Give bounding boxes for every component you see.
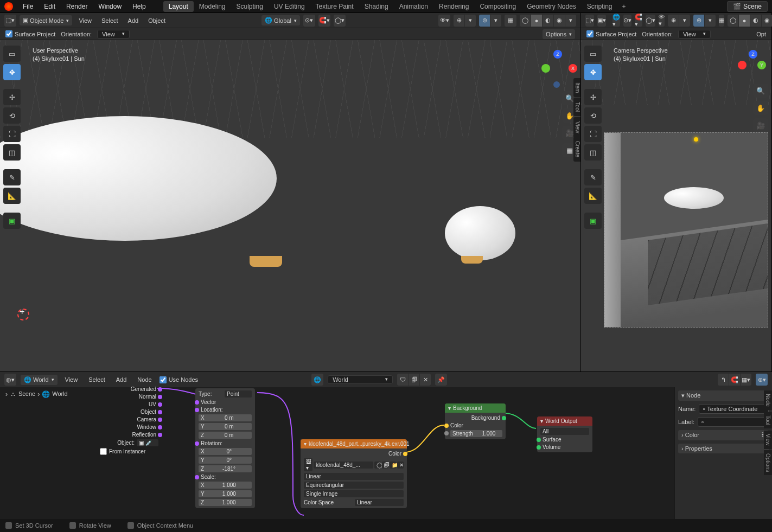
render-r[interactable]: ◉ (762, 15, 772, 27)
vp-menu-add[interactable]: Add (125, 16, 142, 25)
loc-x[interactable]: X0 m (199, 414, 252, 421)
proportional-icon[interactable]: ◯▾ (334, 15, 346, 27)
shade-matprev-icon[interactable]: ◐ (543, 15, 553, 27)
shade-render-icon[interactable]: ◉ (554, 15, 565, 27)
menu-edit[interactable]: Edit (40, 1, 60, 12)
rot-y[interactable]: Y0° (199, 457, 252, 464)
orientation-dd[interactable]: View (97, 30, 130, 39)
snap-icon[interactable]: 🧲▾ (318, 15, 330, 27)
label-field[interactable]: ▫ (698, 417, 769, 427)
sock-bg-color[interactable]: Color (448, 422, 502, 428)
loc-y[interactable]: Y0 m (199, 423, 252, 430)
mapping-type-dd[interactable]: Point (225, 390, 252, 398)
options-btn[interactable]: Options (543, 29, 575, 39)
gizmo-dd-r[interactable]: ▾ (679, 15, 690, 27)
tool-select-box[interactable]: ▭ (3, 46, 21, 62)
sock-object[interactable]: Object (141, 409, 158, 415)
np-tab-tool[interactable]: Tool (764, 412, 772, 428)
wire-r[interactable]: ◯ (728, 15, 738, 27)
tool-rotate[interactable]: ⟲ (3, 107, 21, 124)
vp-menu-select[interactable]: Select (98, 16, 122, 25)
tool-annotate[interactable]: ✎ (3, 169, 21, 185)
snap-r[interactable]: 🧲▾ (635, 15, 642, 27)
world-block-icon[interactable]: 🌐 (311, 374, 323, 386)
pivot-icon[interactable]: ⊙▾ (303, 15, 315, 27)
camera-r-icon[interactable]: 🎥 (753, 118, 768, 132)
sock-window[interactable]: Window (137, 424, 158, 430)
gizmo-toggle-icon[interactable]: ⊕ (454, 15, 464, 27)
visibility-eye-icon[interactable]: 👁▾ (438, 15, 450, 27)
pivot-r[interactable]: ⊙▾ (623, 15, 631, 27)
node-env-texture[interactable]: ▾kloofendal_48d_part...puresky_4k.exr.00… (301, 439, 407, 508)
tool-transform[interactable]: ◫ (3, 144, 21, 161)
node-background[interactable]: ▾Background Background Color Strength1.0… (445, 403, 506, 439)
snap-node-dd[interactable]: ▦▾ (741, 374, 751, 386)
solid-r[interactable]: ● (739, 15, 750, 27)
img-users-icon[interactable]: ◯ (374, 462, 381, 469)
node-texture-coordinate[interactable]: Generated Normal UV Object Camera Window… (97, 384, 162, 457)
sock-reflection[interactable]: Reflection (132, 432, 158, 438)
tab-scripting[interactable]: Scripting (582, 1, 618, 12)
node-graph-area[interactable]: Generated Normal UV Object Camera Window… (87, 387, 674, 519)
ne-menu-select[interactable]: Select (85, 375, 109, 384)
unlink-world-icon[interactable]: ✕ (420, 374, 431, 386)
name-field[interactable]: ▫Texture Coordinate (699, 404, 769, 414)
axis-z-icon[interactable]: Z (553, 50, 562, 59)
wout-target-dd[interactable]: All (540, 428, 589, 435)
colorspace-dd[interactable]: Linear (355, 499, 404, 506)
color-section[interactable]: › Color⠿ (678, 430, 769, 440)
sock-uv[interactable]: UV (149, 401, 158, 407)
axis-nz-icon[interactable] (553, 81, 560, 88)
np-tab-node[interactable]: Node (764, 390, 772, 410)
ne-menu-view[interactable]: View (62, 375, 81, 384)
scene-selector[interactable]: 🎬 Scene (727, 1, 768, 12)
img-new-icon[interactable]: 🗐 (382, 462, 388, 469)
axis-x-icon[interactable]: X (569, 64, 577, 73)
scale-z[interactable]: Z1.000 (199, 499, 252, 506)
orientation-r[interactable]: 🌐▾ (613, 15, 620, 27)
tool-annotate-r[interactable]: ✎ (584, 169, 602, 185)
object-field[interactable]: ▣ 💉 (137, 439, 158, 446)
node-world-output[interactable]: ▾World Output All Surface Volume (537, 416, 592, 452)
tab-layout[interactable]: Layout (163, 1, 194, 12)
editor-type-icon-r[interactable]: ⬚▾ (585, 15, 594, 27)
pan-r-icon[interactable]: ✋ (753, 101, 768, 115)
gizmo-dd-icon[interactable]: ▾ (465, 15, 476, 27)
img-icon[interactable]: 🖼▾ (304, 458, 312, 471)
xray-icon[interactable]: ▦ (505, 15, 516, 27)
orientation-dd-r[interactable]: View (678, 30, 711, 39)
sock-vector-in[interactable]: Vector (199, 399, 252, 405)
viewport-left-body[interactable]: User Perspective (4) Skyluxe01 | Sun ▭ ✥… (0, 40, 580, 371)
viewport-right-body[interactable]: Camera Perspective (4) Skyluxe01 | Sun ▭… (581, 40, 771, 371)
overlay-node-icon[interactable]: ⊚▾ (756, 374, 768, 386)
n-tab-item[interactable]: Item (573, 78, 580, 97)
axis-y-icon[interactable] (541, 64, 550, 73)
node-mapping[interactable]: Type:Point Vector Location: X0 m Y0 m Z0… (195, 388, 255, 508)
sock-bg-strength[interactable]: Strength1.000 (448, 430, 502, 437)
world-selector[interactable]: World (328, 375, 393, 384)
matprev-r[interactable]: ◐ (750, 15, 761, 27)
tab-rendering[interactable]: Rendering (433, 1, 474, 12)
n-tab-view[interactable]: View (573, 117, 580, 138)
n-tab-create[interactable]: Create (573, 137, 580, 162)
shader-type-dd[interactable]: 🌐World (21, 375, 58, 385)
zoom-r-icon[interactable]: 🔍 (753, 84, 768, 98)
n-tab-tool[interactable]: Tool (573, 98, 580, 116)
tool-move[interactable]: ✢ (3, 89, 21, 105)
tool-cursor-r[interactable]: ✥ (584, 64, 602, 80)
np-tab-view[interactable]: View (764, 431, 772, 449)
menu-help[interactable]: Help (128, 1, 150, 12)
scale-y[interactable]: Y1.000 (199, 490, 252, 497)
axis-gizmo[interactable]: Z X (539, 50, 577, 88)
prop-r[interactable]: ◯▾ (646, 15, 655, 27)
tab-sculpting[interactable]: Sculpting (231, 1, 269, 12)
node-editor-body[interactable]: › ⛬ Scene › 🌐 World Generated Normal UV … (0, 387, 772, 519)
mode-selector[interactable]: ▣Object Mode (20, 15, 72, 25)
sock-camera[interactable]: Camera (137, 416, 158, 422)
new-world-icon[interactable]: 🗐 (409, 374, 419, 386)
projection-dd[interactable]: Equirectangular (304, 482, 404, 489)
surface-project-cb-r[interactable]: Surface Project (586, 30, 636, 37)
np-tab-options[interactable]: Options (764, 450, 772, 475)
tool-rotate-r[interactable]: ⟲ (584, 107, 602, 124)
fake-user-icon[interactable]: 🛡 (397, 374, 408, 386)
